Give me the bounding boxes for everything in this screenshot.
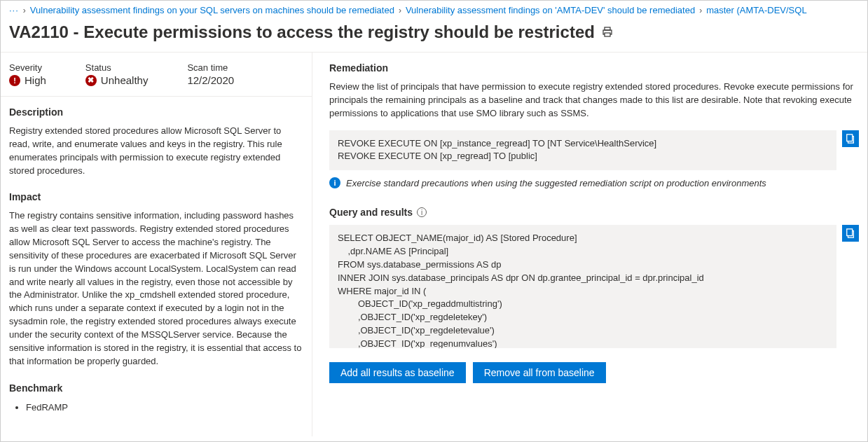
remediation-text: Review the list of principals that have … [329, 81, 859, 120]
remediation-heading: Remediation [329, 62, 859, 74]
chevron-right-icon: › [399, 6, 401, 15]
severity-high-icon: ! [9, 75, 20, 86]
info-text: Exercise standard precautions when using… [346, 178, 766, 188]
remove-baseline-button[interactable]: Remove all from baseline [473, 362, 606, 383]
breadcrumb-overflow[interactable]: ··· [9, 5, 19, 15]
benchmark-heading: Benchmark [9, 382, 303, 394]
breadcrumb-link-3[interactable]: master (AMTA-DEV/SQL [706, 5, 807, 15]
svg-rect-2 [605, 33, 610, 36]
remediation-script: REVOKE EXECUTE ON [xp_instance_regread] … [329, 130, 836, 171]
right-panel: Remediation Review the list of principal… [312, 52, 867, 436]
severity-label: Severity [9, 62, 46, 73]
breadcrumb-link-2[interactable]: Vulnerability assessment findings on 'AM… [406, 5, 695, 15]
info-outline-icon[interactable]: i [417, 207, 427, 217]
query-text[interactable]: SELECT OBJECT_NAME(major_id) AS [Stored … [329, 225, 836, 348]
benchmark-item: FedRAMP [26, 401, 303, 415]
impact-heading: Impact [9, 191, 303, 202]
add-baseline-button[interactable]: Add all results as baseline [329, 362, 466, 383]
svg-rect-4 [847, 134, 853, 141]
chevron-right-icon: › [699, 6, 702, 15]
copy-query-button[interactable] [842, 225, 859, 242]
info-icon: i [329, 177, 340, 188]
description-text: Registry extended stored procedures allo… [9, 125, 303, 177]
chevron-right-icon: › [23, 6, 26, 15]
scan-time-field: Scan time 12/2/2020 [187, 62, 234, 86]
description-heading: Description [9, 106, 303, 118]
status-label: Status [85, 62, 149, 73]
page-title: VA2110 - Execute permissions to access t… [9, 22, 595, 42]
status-unhealthy-icon: ✖ [85, 75, 97, 86]
severity-field: Severity ! High [9, 62, 46, 86]
left-panel: Severity ! High Status ✖ Unhealthy Scan … [1, 52, 312, 436]
summary-bar: Severity ! High Status ✖ Unhealthy Scan … [1, 53, 312, 97]
svg-rect-6 [847, 229, 853, 236]
status-value: Unhealthy [101, 74, 149, 86]
copy-icon [846, 228, 855, 238]
copy-icon [846, 134, 855, 144]
print-icon[interactable] [602, 27, 613, 38]
query-results-heading: Query and results [329, 207, 413, 218]
breadcrumb-link-1[interactable]: Vulnerability assessment findings on you… [30, 5, 394, 15]
impact-text: The registry contains sensitive informat… [9, 209, 303, 368]
scan-time-label: Scan time [187, 62, 234, 73]
scan-time-value: 12/2/2020 [187, 74, 234, 86]
breadcrumb: ··· › Vulnerability assessment findings … [1, 1, 867, 18]
severity-value: High [25, 74, 46, 86]
copy-script-button[interactable] [842, 130, 859, 147]
status-field: Status ✖ Unhealthy [85, 62, 149, 86]
